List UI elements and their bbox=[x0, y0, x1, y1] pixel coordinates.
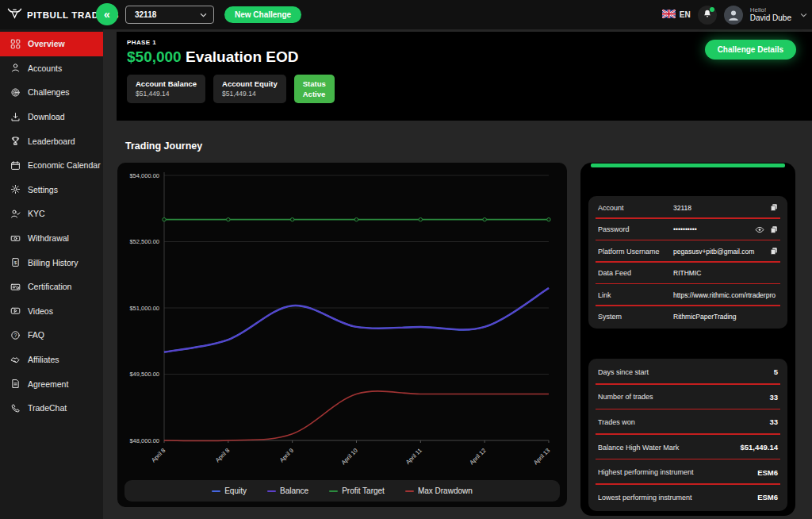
sidebar-item-label: Affiliates bbox=[28, 355, 59, 364]
handshake-icon bbox=[10, 354, 21, 365]
download-icon bbox=[10, 111, 21, 122]
svg-text:$54,000.00: $54,000.00 bbox=[129, 172, 159, 179]
bull-logo-icon bbox=[7, 7, 22, 23]
user-greeting: Hello! bbox=[750, 6, 791, 13]
sidebar-item-overview[interactable]: Overview bbox=[0, 32, 103, 56]
account-dropdown[interactable]: 32118 bbox=[125, 6, 214, 24]
sidebar-item-label: Videos bbox=[28, 306, 53, 316]
legend-label: Equity bbox=[224, 486, 247, 495]
notification-button[interactable] bbox=[698, 6, 717, 25]
info-row-link: Link https://www.rithmic.com/rtraderpro bbox=[588, 284, 787, 306]
stat-value: ESM6 bbox=[757, 493, 778, 502]
cash-icon bbox=[10, 233, 21, 244]
sidebar-item-label: Withdrawal bbox=[28, 233, 69, 243]
hero-cards: Account Balance $51,449.14 Account Equit… bbox=[127, 75, 812, 103]
main-content: PHASE 1 $50,000 Evaluation EOD Account B… bbox=[103, 29, 812, 519]
sidebar-item-faq[interactable]: ?FAQ bbox=[0, 323, 103, 348]
svg-text:$: $ bbox=[13, 260, 17, 265]
info-label: Data Feed bbox=[598, 269, 673, 277]
sidebar: OverviewAccountsChallengesDownloadLeader… bbox=[0, 29, 103, 519]
topbar-right: EN Hello! David Dube bbox=[662, 0, 807, 29]
challenge-title: Evaluation EOD bbox=[186, 48, 299, 65]
language-selector[interactable]: EN bbox=[662, 10, 691, 20]
svg-text:$49,500.00: $49,500.00 bbox=[129, 371, 159, 378]
copy-icon[interactable] bbox=[770, 247, 778, 256]
sidebar-item-label: Challenges bbox=[28, 87, 70, 97]
svg-text:$52,500.00: $52,500.00 bbox=[129, 238, 159, 245]
eye-icon[interactable] bbox=[755, 226, 764, 233]
avatar[interactable] bbox=[724, 6, 743, 25]
phone-icon bbox=[10, 402, 21, 413]
row-actions bbox=[770, 203, 778, 212]
account-balance-value: $51,449.14 bbox=[136, 90, 197, 98]
sidebar-item-label: Settings bbox=[28, 185, 58, 194]
stat-value: $51,449.14 bbox=[740, 443, 778, 452]
stats-card: Days since start 5Number of trades 33Tra… bbox=[588, 359, 787, 511]
sidebar-item-label: TradeChat bbox=[28, 403, 67, 413]
info-label: Platform Username bbox=[598, 248, 673, 256]
sidebar-item-label: Leaderboard bbox=[28, 136, 75, 146]
stat-row-balance-high-water-mark: Balance High Water Mark $51,449.14 bbox=[588, 435, 787, 460]
sidebar-item-videos[interactable]: Videos bbox=[0, 299, 103, 324]
sidebar-item-economic-calendar[interactable]: Economic Calendar bbox=[0, 153, 103, 178]
sidebar-item-leaderboard[interactable]: Leaderboard bbox=[0, 129, 103, 153]
sidebar-item-settings[interactable]: Settings bbox=[0, 178, 103, 202]
stat-label: Number of trades bbox=[598, 393, 653, 401]
sidebar-item-agreement[interactable]: Agreement bbox=[0, 371, 103, 396]
user-menu[interactable]: Hello! David Dube bbox=[750, 6, 791, 23]
sidebar-item-tradechat[interactable]: TradeChat bbox=[0, 396, 103, 421]
topbar: PITBULL TRADERS « 32118 New Challenge bbox=[0, 0, 812, 29]
info-value: 32118 bbox=[673, 204, 770, 212]
legend-item-equity[interactable]: Equity bbox=[212, 486, 247, 495]
sidebar-item-label: Accounts bbox=[28, 63, 62, 73]
info-value: RithmicPaperTrading bbox=[673, 313, 778, 321]
panel-accent-bar bbox=[591, 163, 785, 167]
legend-item-max-drawdown[interactable]: Max Drawdown bbox=[405, 486, 473, 495]
sidebar-item-challenges[interactable]: Challenges bbox=[0, 80, 103, 105]
trading-journey-chart: $48,000.00$49,500.00$51,000.00$52,500.00… bbox=[120, 166, 561, 477]
copy-icon[interactable] bbox=[770, 203, 778, 212]
certification-icon bbox=[10, 281, 21, 292]
sidebar-item-affiliates[interactable]: Affiliates bbox=[0, 348, 103, 372]
status-badge: Status Active bbox=[294, 75, 335, 103]
user-icon bbox=[10, 63, 21, 74]
sidebar-item-download[interactable]: Download bbox=[0, 105, 103, 129]
info-row-password: Password •••••••••• bbox=[588, 219, 787, 241]
sidebar-item-kyc[interactable]: KYC bbox=[0, 202, 103, 226]
sidebar-item-certification[interactable]: Certification bbox=[0, 275, 103, 299]
sidebar-collapse-button[interactable]: « bbox=[96, 3, 118, 25]
svg-text:$48,000.00: $48,000.00 bbox=[129, 437, 159, 444]
uk-flag-icon bbox=[662, 10, 676, 20]
sidebar-item-label: Agreement bbox=[28, 379, 68, 389]
info-value: RITHMIC bbox=[673, 269, 778, 277]
target-icon bbox=[10, 86, 21, 98]
info-value: pegasusv+pitb@gmail.com bbox=[673, 248, 770, 256]
account-equity-label: Account Equity bbox=[222, 79, 278, 88]
sidebar-item-accounts[interactable]: Accounts bbox=[0, 56, 103, 81]
hero-banner: PHASE 1 $50,000 Evaluation EOD Account B… bbox=[117, 32, 812, 121]
svg-text:April 13: April 13 bbox=[532, 447, 551, 466]
status-label: Status bbox=[303, 79, 326, 88]
sidebar-item-label: Billing History bbox=[28, 258, 79, 267]
section-title: Trading Journey bbox=[125, 140, 202, 152]
info-label: Account bbox=[598, 204, 673, 212]
stat-label: Highest performing instrument bbox=[598, 468, 694, 476]
sidebar-item-billing-history[interactable]: $Billing History bbox=[0, 250, 103, 275]
legend-item-profit-target[interactable]: Profit Target bbox=[329, 486, 385, 495]
stat-label: Days since start bbox=[598, 368, 649, 376]
stat-row-highest-performing-instrument: Highest performing instrument ESM6 bbox=[588, 459, 787, 485]
new-challenge-button[interactable]: New Challenge bbox=[224, 6, 301, 23]
account-dropdown-value: 32118 bbox=[135, 10, 156, 19]
sidebar-item-withdrawal[interactable]: Withdrawal bbox=[0, 226, 103, 251]
svg-text:April 10: April 10 bbox=[340, 447, 359, 466]
copy-icon[interactable] bbox=[770, 225, 778, 234]
user-menu-chevron-icon[interactable] bbox=[800, 13, 807, 17]
grid-icon bbox=[10, 38, 21, 49]
legend-label: Balance bbox=[280, 486, 308, 495]
stat-label: Lowest performing instrument bbox=[598, 494, 692, 502]
calendar-icon bbox=[10, 160, 21, 171]
legend-item-balance[interactable]: Balance bbox=[267, 486, 308, 495]
info-value: https://www.rithmic.com/rtraderpro bbox=[673, 291, 778, 299]
challenge-details-button[interactable]: Challenge Details bbox=[705, 40, 796, 60]
legend-swatch bbox=[212, 490, 220, 492]
